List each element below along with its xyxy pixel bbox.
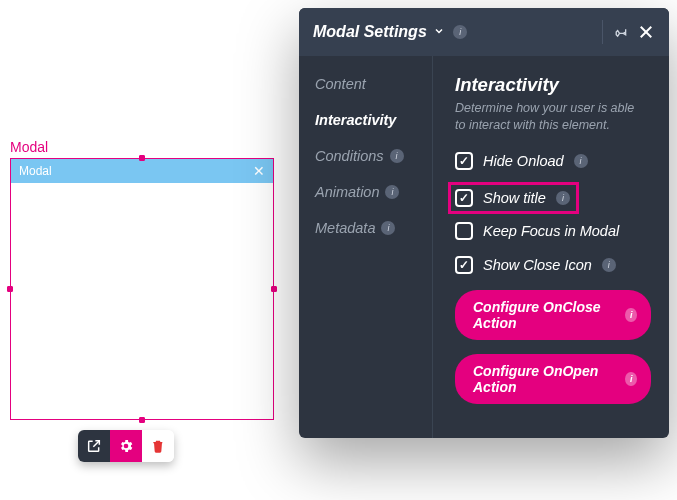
chevron-down-icon (433, 23, 445, 40)
nav-item-label: Animation (315, 184, 379, 200)
info-icon: i (381, 221, 395, 235)
checkbox[interactable] (455, 152, 473, 170)
nav-item-label: Interactivity (315, 112, 396, 128)
trash-icon (150, 438, 166, 454)
delete-button[interactable] (142, 430, 174, 462)
open-external-icon (86, 438, 102, 454)
component-label: Modal (10, 139, 48, 155)
modal-title-text: Modal (19, 164, 52, 178)
option-label: Show Close Icon (483, 257, 592, 273)
option-label: Keep Focus in Modal (483, 223, 619, 239)
settings-button[interactable] (110, 430, 142, 462)
section-title: Interactivity (455, 74, 651, 96)
option-show-title[interactable]: Show title i (455, 189, 570, 207)
gear-icon (118, 438, 134, 454)
info-icon: i (390, 149, 404, 163)
checkbox[interactable] (455, 256, 473, 274)
option-keep-focus[interactable]: Keep Focus in Modal (455, 222, 651, 240)
close-icon[interactable]: ✕ (253, 164, 265, 178)
nav-item-label: Metadata (315, 220, 375, 236)
info-icon[interactable]: i (574, 154, 588, 168)
panel-nav: Content Interactivity Conditions i Anima… (299, 56, 433, 438)
nav-item-content[interactable]: Content (315, 76, 432, 92)
open-external-button[interactable] (78, 430, 110, 462)
close-panel-icon[interactable] (637, 23, 655, 41)
info-icon: i (625, 308, 637, 322)
nav-item-metadata[interactable]: Metadata i (315, 220, 432, 236)
info-icon: i (385, 185, 399, 199)
configure-onopen-button[interactable]: Configure OnOpen Action i (455, 354, 651, 404)
option-hide-onload[interactable]: Hide Onload i (455, 152, 651, 170)
info-icon: i (625, 372, 637, 386)
nav-item-conditions[interactable]: Conditions i (315, 148, 432, 164)
option-label: Hide Onload (483, 153, 564, 169)
button-label: Configure OnOpen Action (473, 363, 617, 395)
panel-title-text: Modal Settings (313, 23, 427, 40)
modal-titlebar: Modal ✕ (11, 159, 273, 183)
option-label: Show title (483, 190, 546, 206)
checkbox[interactable] (455, 189, 473, 207)
panel-content: Interactivity Determine how your user is… (433, 56, 669, 438)
header-divider (602, 20, 603, 44)
resize-handle-bottom[interactable] (139, 417, 145, 423)
button-label: Configure OnClose Action (473, 299, 617, 331)
checkbox[interactable] (455, 222, 473, 240)
component-action-toolbar (78, 430, 174, 462)
info-icon[interactable]: i (602, 258, 616, 272)
section-description: Determine how your user is able to inter… (455, 100, 645, 134)
option-show-close-icon[interactable]: Show Close Icon i (455, 256, 651, 274)
panel-header: Modal Settings i (299, 8, 669, 56)
resize-handle-right[interactable] (271, 286, 277, 292)
nav-item-label: Content (315, 76, 366, 92)
configure-onclose-button[interactable]: Configure OnClose Action i (455, 290, 651, 340)
highlight-show-title: Show title i (448, 182, 579, 214)
info-icon[interactable]: i (556, 191, 570, 205)
nav-item-label: Conditions (315, 148, 384, 164)
nav-item-animation[interactable]: Animation i (315, 184, 432, 200)
info-icon[interactable]: i (453, 25, 467, 39)
panel-title[interactable]: Modal Settings (313, 23, 445, 41)
modal-component[interactable]: Modal ✕ (10, 158, 274, 420)
resize-handle-top[interactable] (139, 155, 145, 161)
nav-item-interactivity[interactable]: Interactivity (315, 112, 432, 128)
pin-icon[interactable] (611, 23, 629, 41)
resize-handle-left[interactable] (7, 286, 13, 292)
settings-panel: Modal Settings i Content Interactivity C… (299, 8, 669, 438)
